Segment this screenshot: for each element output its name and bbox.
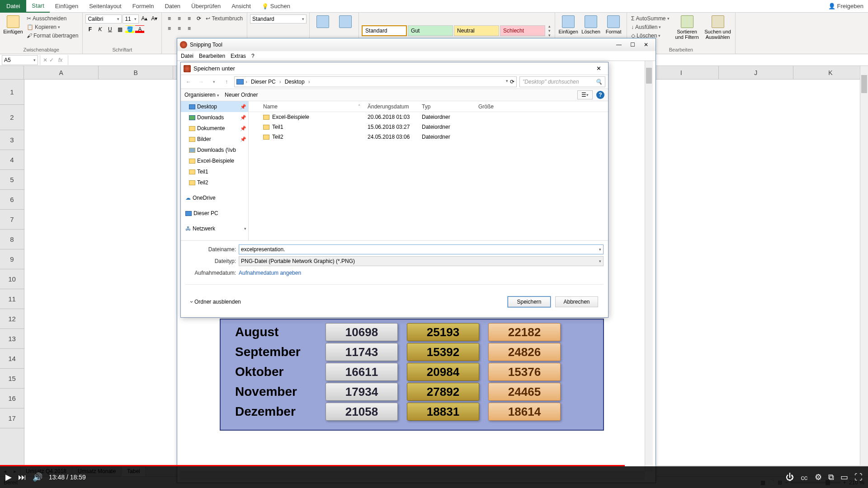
- italic-button[interactable]: K: [95, 25, 104, 33]
- row-header[interactable]: 3: [0, 130, 24, 150]
- fill-color-button[interactable]: 🪣: [125, 25, 134, 33]
- copy-button[interactable]: 📋Kopieren▾: [25, 23, 80, 31]
- tab-formeln[interactable]: Formeln: [127, 0, 160, 13]
- styles-scroll-down[interactable]: ▾: [548, 28, 551, 33]
- row-header[interactable]: 8: [0, 230, 24, 249]
- row-header[interactable]: 9: [0, 249, 24, 269]
- insert-cells-button[interactable]: Einfügen: [558, 14, 579, 35]
- font-name-combo[interactable]: Calibri▾: [85, 14, 122, 23]
- volume-icon[interactable]: 🔊: [33, 472, 42, 482]
- video-progress[interactable]: [0, 465, 868, 466]
- format-painter-button[interactable]: 🖌Format übertragen: [25, 32, 80, 40]
- row-header[interactable]: 15: [0, 369, 24, 389]
- view-options-button[interactable]: ☰ ▾: [577, 90, 593, 99]
- row-header[interactable]: 1: [0, 80, 24, 105]
- find-select-button[interactable]: Suchen und Auswählen: [703, 14, 732, 41]
- tree-desktop[interactable]: Desktop📌: [181, 101, 248, 112]
- number-format-combo[interactable]: Standard▾: [250, 14, 307, 23]
- tab-seitenlayout[interactable]: Seitenlayout: [84, 0, 127, 13]
- snip-close-button[interactable]: ✕: [639, 40, 653, 49]
- snip-menu-datei[interactable]: Datei: [181, 53, 193, 59]
- row-header[interactable]: 11: [0, 289, 24, 309]
- snip-titlebar[interactable]: Snipping Tool — ☐ ✕: [177, 38, 656, 51]
- bold-button[interactable]: F: [85, 25, 94, 33]
- col-header-A[interactable]: A: [24, 66, 99, 79]
- increase-font-button[interactable]: A▴: [140, 14, 149, 23]
- tree-dokumente[interactable]: Dokumente📌: [181, 123, 248, 134]
- tree-bilder[interactable]: Bilder📌: [181, 134, 248, 145]
- search-icon[interactable]: 🔍: [595, 79, 602, 85]
- row-header[interactable]: 4: [0, 150, 24, 170]
- orientation-button[interactable]: ⟳: [194, 14, 203, 23]
- align-left-button[interactable]: ≡: [165, 24, 174, 33]
- snip-menu-extras[interactable]: Extras: [231, 53, 246, 59]
- cut-button[interactable]: ✂Ausschneiden: [25, 14, 80, 23]
- tree-dieser-pc[interactable]: Dieser PC: [181, 208, 248, 219]
- cell-style-neutral[interactable]: Neutral: [454, 25, 499, 36]
- cancel-button[interactable]: Abbrechen: [555, 296, 598, 307]
- wrap-text-button[interactable]: ↩Textumbruch: [204, 14, 244, 23]
- border-button[interactable]: ▦: [115, 25, 124, 33]
- format-as-table-button[interactable]: [335, 14, 356, 29]
- conditional-formatting-button[interactable]: [312, 14, 333, 29]
- fx-icon[interactable]: fx: [56, 57, 65, 63]
- help-button[interactable]: ?: [596, 91, 604, 99]
- list-item[interactable]: Teil2 24.05.2018 03:06 Dateiordner: [249, 132, 608, 142]
- nav-forward-button[interactable]: →: [196, 77, 206, 87]
- row-header[interactable]: 10: [0, 269, 24, 289]
- file-list[interactable]: Name˄ Änderungsdatum Typ Größe Excel-Bei…: [249, 101, 608, 240]
- tree-teil1[interactable]: Teil1: [181, 166, 248, 177]
- tree-onedrive[interactable]: ☁OneDrive: [181, 192, 248, 203]
- share-button[interactable]: 👤 Freigeben: [828, 3, 863, 9]
- aufnahmedatum-link[interactable]: Aufnahmedatum angeben: [239, 270, 301, 276]
- dateiname-input[interactable]: excelpresentation.▾: [239, 244, 604, 254]
- tab-ueberpruefen[interactable]: Überprüfen: [186, 0, 226, 13]
- name-box[interactable]: A5▾: [2, 55, 38, 65]
- row-header[interactable]: 2: [0, 105, 24, 130]
- styles-scroll-up[interactable]: ▴: [548, 24, 551, 28]
- tab-einfuegen[interactable]: Einfügen: [50, 0, 84, 13]
- tab-daten[interactable]: Daten: [159, 0, 186, 13]
- styles-more-button[interactable]: ▾: [548, 33, 551, 38]
- cancel-formula-icon[interactable]: ✕: [43, 57, 47, 63]
- refresh-icon[interactable]: ⟳: [510, 79, 514, 85]
- tab-file[interactable]: Datei: [0, 0, 26, 13]
- sort-filter-button[interactable]: Sortieren und Filtern: [673, 14, 702, 41]
- snip-maximize-button[interactable]: ☐: [626, 40, 639, 49]
- captions-icon[interactable]: ㏄: [800, 472, 808, 483]
- hide-folders-button[interactable]: ›Ordner ausblenden: [191, 299, 241, 305]
- cell-style-schlecht[interactable]: Schlecht: [500, 25, 545, 36]
- delete-cells-button[interactable]: Löschen: [580, 14, 601, 35]
- tree-downloads[interactable]: Downloads📌: [181, 112, 248, 123]
- tab-ansicht[interactable]: Ansicht: [226, 0, 256, 13]
- theater-icon[interactable]: ▭: [840, 472, 848, 482]
- align-top-button[interactable]: ≡: [165, 14, 174, 23]
- row-header[interactable]: 5: [0, 170, 24, 190]
- tab-start[interactable]: Start: [26, 0, 49, 13]
- autosum-button[interactable]: ΣAutoSumme▾: [630, 14, 670, 23]
- enter-formula-icon[interactable]: ✓: [49, 57, 54, 63]
- miniplayer-icon[interactable]: ⧉: [828, 473, 834, 482]
- paste-button[interactable]: Einfügen: [3, 14, 24, 35]
- snip-minimize-button[interactable]: —: [612, 40, 626, 49]
- cell-style-standard[interactable]: Standard: [362, 25, 407, 36]
- col-header-B[interactable]: B: [99, 66, 173, 79]
- snip-menu-bearbeiten[interactable]: Bearbeiten: [199, 53, 225, 59]
- fullscreen-icon[interactable]: ⛶: [854, 473, 863, 482]
- save-dialog-close-button[interactable]: ✕: [592, 64, 605, 73]
- settings-icon[interactable]: ⚙: [815, 472, 822, 482]
- vertical-scrollbar[interactable]: [860, 66, 868, 465]
- nav-back-button[interactable]: ←: [184, 77, 193, 87]
- next-icon[interactable]: ⏭: [18, 473, 26, 482]
- row-header[interactable]: 14: [0, 349, 24, 369]
- organize-button[interactable]: Organisieren ▾: [184, 92, 219, 98]
- row-header[interactable]: 17: [0, 408, 24, 428]
- col-header-K[interactable]: K: [793, 66, 868, 79]
- decrease-font-button[interactable]: A▾: [150, 14, 159, 23]
- snip-vertical-scrollbar[interactable]: [645, 61, 653, 472]
- dateityp-combo[interactable]: PNG-Datei (Portable Network Graphic) (*.…: [239, 256, 604, 266]
- nav-up-button[interactable]: ↑: [222, 77, 231, 87]
- tree-teil2[interactable]: Teil2: [181, 177, 248, 188]
- list-item[interactable]: Excel-Beispiele 20.06.2018 01:03 Dateior…: [249, 112, 608, 122]
- new-folder-button[interactable]: Neuer Ordner: [225, 92, 258, 98]
